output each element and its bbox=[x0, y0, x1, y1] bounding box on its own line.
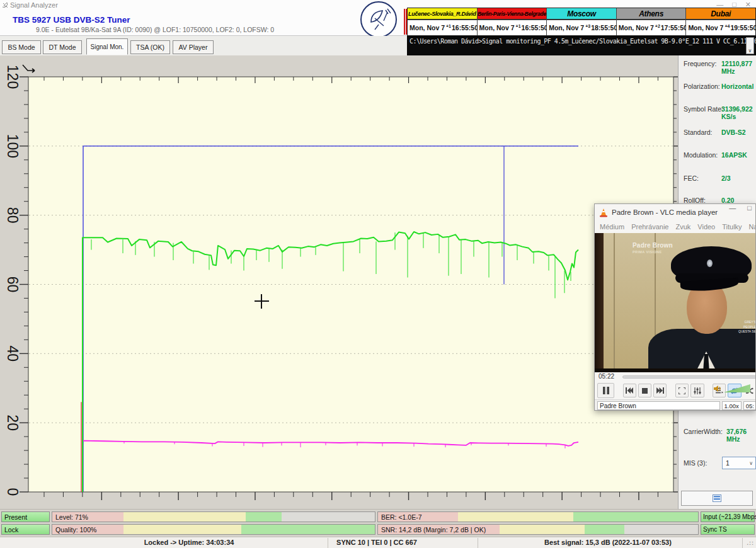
bar-zone bbox=[573, 512, 698, 522]
menu-playback[interactable]: Prehrávanie bbox=[631, 223, 668, 231]
clock-city-label: Lučenec-Slovakia_R.Dávid bbox=[408, 8, 477, 20]
info-value: 16APSK bbox=[721, 151, 747, 159]
clock-dubai: Dubai Mon, Nov 7 +4 19:55:50 bbox=[686, 8, 755, 35]
menu-medium[interactable]: Médium bbox=[600, 223, 624, 231]
clock-moscow: Moscow Mon, Nov 7 +3 18:55:50 bbox=[547, 8, 617, 35]
mis-row: MIS (3): 1 ∨ bbox=[684, 459, 754, 468]
video-overlay-credits: GREY'S PEOPLE QUESTA SE bbox=[738, 320, 756, 334]
next-button[interactable] bbox=[653, 384, 667, 397]
bar-empty bbox=[282, 512, 375, 522]
tuner-subtitle: 9.0E - Eutelsat 9B/Ka-Sat 9A (ID: 0090) … bbox=[36, 26, 274, 33]
clock-time-row: Mon, Nov 7 +1 16:55:50 bbox=[478, 20, 547, 35]
window-list-icon bbox=[713, 494, 721, 502]
info-label: FEC: bbox=[684, 174, 699, 182]
pause-button[interactable] bbox=[597, 383, 614, 398]
clock-city-label: Athens bbox=[617, 8, 686, 20]
info-label: Standard: bbox=[684, 128, 713, 136]
clock-time: 16:55:50 bbox=[452, 24, 478, 31]
clock-utc-offset: +4 bbox=[724, 24, 730, 28]
clock-athens: Athens Mon, Nov 7 +2 17:55:50 bbox=[617, 8, 687, 35]
info-value: DVB-S2 bbox=[721, 128, 746, 136]
mis-label: MIS (3): bbox=[684, 459, 707, 467]
bar-label: BER: <1.0E-7 bbox=[381, 513, 422, 521]
svg-text:100: 100 bbox=[4, 134, 21, 158]
signal-status-rows: Present Lock Level: 71% Quality: 100% BE… bbox=[0, 509, 756, 537]
volume-control[interactable] bbox=[714, 384, 750, 392]
tab-av-player[interactable]: AV Player bbox=[173, 40, 214, 54]
menu-tools[interactable]: Nástroje bbox=[749, 223, 756, 231]
vlc-video-frame[interactable]: Padre Brown PRIMA VISIONE GREY'S PEOPLE … bbox=[595, 233, 756, 372]
tab-tsa[interactable]: TSA (OK) bbox=[130, 40, 170, 54]
statusbar-divider bbox=[328, 538, 328, 548]
pause-icon bbox=[603, 387, 609, 394]
vlc-window-buttons: — □ bbox=[729, 204, 756, 212]
lock-indicator: Lock bbox=[1, 524, 50, 535]
equalizer-button[interactable] bbox=[690, 384, 704, 397]
vlc-now-playing: Padre Brown bbox=[597, 401, 720, 410]
resize-grip[interactable]: .:: bbox=[747, 540, 755, 546]
vlc-window[interactable]: Padre Brown - VLC media player — □ Médiu… bbox=[594, 203, 756, 411]
quality-bar: Quality: 100% bbox=[52, 524, 375, 535]
mode-tabstrip: BS Mode DT Mode Signal Mon. TSA (OK) AV … bbox=[0, 36, 407, 55]
clock-city-label: Moscow bbox=[547, 8, 616, 20]
clock-date: Mon, Nov 7 bbox=[410, 24, 445, 31]
clock-utc-offset: +1 bbox=[446, 24, 451, 28]
maximize-icon[interactable]: □ bbox=[747, 204, 752, 212]
bar-zone bbox=[585, 525, 625, 534]
tab-bs-mode[interactable]: BS Mode bbox=[2, 40, 41, 54]
vlc-playback-rate[interactable]: 1.00x bbox=[722, 401, 742, 410]
svg-text:20: 20 bbox=[4, 414, 21, 431]
svg-text:60: 60 bbox=[4, 277, 21, 293]
mis-dropdown[interactable]: 1 ∨ bbox=[722, 457, 756, 469]
clock-time: 17:55:50 bbox=[661, 24, 687, 31]
clock-time: 18:55:50 bbox=[591, 24, 617, 31]
ber-bar: BER: <1.0E-7 bbox=[377, 511, 699, 522]
vlc-window-title: Padre Brown - VLC media player bbox=[612, 208, 718, 216]
statusbar-divider bbox=[478, 538, 478, 548]
snr-bar: SNR: 14,2 dB (Margin: 7,2 dB | OK) bbox=[377, 524, 699, 535]
skip-forward-icon bbox=[656, 387, 664, 394]
tab-dt-mode[interactable]: DT Mode bbox=[43, 40, 82, 54]
menu-video[interactable]: Video bbox=[697, 223, 715, 231]
command-prompt[interactable]: C:\Users\Roman Dávid>Signal monitoring_P… bbox=[407, 36, 756, 57]
clock-date: Mon, Nov 7 bbox=[479, 24, 515, 31]
info-label: CarrierWidth: bbox=[684, 428, 723, 435]
clock-time-row: Mon, Nov 7 +3 18:55:50 bbox=[547, 20, 616, 35]
app-icon bbox=[2, 2, 9, 9]
video-cap-badge bbox=[707, 260, 713, 267]
info-value: 31396,922 KS/s bbox=[721, 105, 754, 120]
clock-time: 16:55:50 bbox=[522, 24, 548, 31]
vlc-statusbar: Padre Brown 1.00x 05: bbox=[595, 399, 756, 411]
signal-chart[interactable]: 020406080100120 bbox=[0, 55, 680, 510]
skip-back-icon bbox=[626, 387, 633, 394]
vlc-seek-slider[interactable] bbox=[622, 375, 756, 379]
clock-time-row: Mon, Nov 7 +4 19:55:50 bbox=[686, 20, 755, 35]
stop-button[interactable] bbox=[638, 384, 651, 397]
info-row-symbol-rate: Symbol Rate:31396,922 KS/s bbox=[684, 105, 754, 114]
sidebar-tool-button[interactable] bbox=[681, 491, 753, 506]
menu-subtitles[interactable]: Titulky bbox=[722, 223, 742, 231]
tab-signal-mon[interactable]: Signal Mon. bbox=[86, 38, 128, 55]
info-value: 2/3 bbox=[721, 174, 731, 182]
satellite-dish-icon bbox=[360, 1, 397, 38]
video-door-edge bbox=[595, 233, 604, 372]
bar-zone bbox=[123, 512, 246, 522]
scroll-down-icon[interactable]: ∨ bbox=[746, 37, 754, 54]
fullscreen-button[interactable] bbox=[675, 384, 689, 397]
vlc-total-time: 05: bbox=[743, 401, 756, 410]
clock-utc-offset: +2 bbox=[655, 24, 660, 28]
video-overlay-subtitle: PRIMA VISIONE bbox=[633, 250, 662, 254]
bar-zone bbox=[500, 525, 585, 534]
menu-audio[interactable]: Zvuk bbox=[675, 223, 690, 231]
chevron-down-icon: ∨ bbox=[749, 460, 753, 466]
vlc-menubar: Médium Prehrávanie Zvuk Video Titulky Ná… bbox=[595, 220, 755, 233]
bar-zone bbox=[458, 512, 573, 522]
bar-zone bbox=[241, 525, 375, 534]
previous-button[interactable] bbox=[623, 384, 636, 397]
volume-slider[interactable] bbox=[724, 384, 750, 392]
input-indicator: Input (~21,39 Mbps) bbox=[701, 511, 755, 522]
minimize-icon[interactable]: — bbox=[729, 204, 736, 212]
statusbar-uptime: Locked -> Uptime: 34:03:34 bbox=[94, 539, 284, 546]
info-value: Horizontal bbox=[721, 83, 753, 90]
vlc-titlebar[interactable]: Padre Brown - VLC media player — □ bbox=[595, 204, 755, 220]
